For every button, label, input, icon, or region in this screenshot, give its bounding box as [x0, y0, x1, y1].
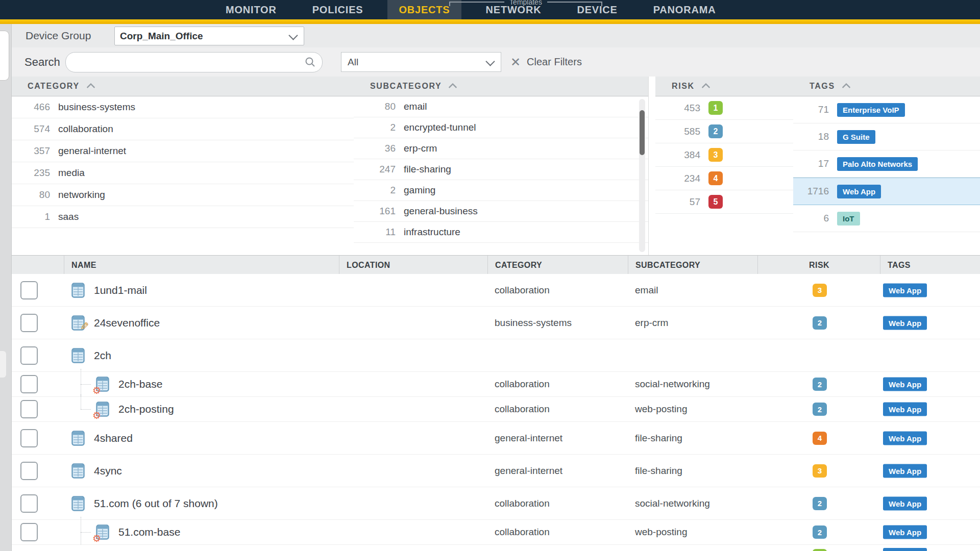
tags-panel-header[interactable]: TAGS: [793, 77, 980, 96]
device-group-value: Corp_Main_Office: [120, 31, 203, 42]
filter-name: networking: [58, 189, 105, 201]
subcategory-filter-item[interactable]: 161 general-business: [354, 201, 648, 222]
table-row[interactable]: 1und1-mail collaboration email 3 Web App: [0, 274, 980, 307]
category-filter-item[interactable]: 1 saas: [11, 206, 354, 228]
table-row[interactable]: 1 Web App: [0, 545, 980, 551]
category-filter-item[interactable]: 466 business-systems: [11, 96, 354, 118]
column-header-name[interactable]: NAME: [64, 256, 347, 274]
risk-badge: 3: [708, 148, 723, 162]
category-filter-item[interactable]: 80 networking: [11, 184, 354, 206]
filter-name: general-internet: [58, 145, 126, 157]
row-category: general-internet: [495, 465, 562, 477]
risk-filter-item[interactable]: 585 2: [655, 120, 793, 143]
filter-count: 2: [369, 185, 396, 196]
table-row[interactable]: 51.com-base collaboration web-posting 2 …: [0, 520, 980, 545]
table-row[interactable]: 4sync general-internet file-sharing 3 We…: [0, 455, 980, 487]
row-checkbox[interactable]: [20, 523, 38, 541]
filter-count: 574: [20, 123, 50, 135]
risk-panel-header[interactable]: RISK: [655, 77, 793, 96]
tag-filter-item[interactable]: 18 G Suite: [793, 123, 980, 151]
nav-tab[interactable]: POLICIES: [301, 0, 375, 19]
tag-pill: Web App: [883, 548, 927, 551]
risk-badge: 2: [813, 497, 827, 510]
application-icon: [71, 315, 85, 331]
table-row[interactable]: 2ch-base collaboration social-networking…: [0, 372, 980, 397]
clear-filters-label: Clear Filters: [527, 56, 582, 68]
table-row[interactable]: 4shared general-internet file-sharing 4 …: [0, 422, 980, 455]
risk-filter-item[interactable]: 234 4: [655, 167, 793, 190]
clear-filters-button[interactable]: ✕ Clear Filters: [510, 47, 582, 77]
row-category: general-internet: [495, 433, 562, 444]
risk-badge: 2: [708, 124, 723, 138]
column-header-risk[interactable]: RISK: [757, 256, 880, 274]
sort-ascending-icon: [449, 83, 457, 92]
subcategory-filter-item[interactable]: 36 erp-crm: [354, 138, 648, 159]
filter-count: 1716: [796, 186, 829, 197]
subcategory-panel-header[interactable]: SUBCATEGORY: [354, 77, 648, 96]
column-header-tags[interactable]: TAGS: [880, 256, 980, 274]
row-subcategory: social-networking: [635, 498, 710, 509]
row-checkbox[interactable]: [20, 314, 38, 332]
filter-count: 1: [20, 211, 50, 222]
application-name: 2ch-base: [118, 378, 162, 390]
filter-count: 466: [20, 102, 50, 113]
table-header: NAME LOCATION CATEGORY SUBCATEGORY RISK …: [0, 255, 980, 275]
risk-filter-item[interactable]: 384 3: [655, 143, 793, 167]
tree-connector-horizontal: [81, 384, 91, 385]
risk-filter-item[interactable]: 453 1: [655, 96, 793, 120]
nav-tab[interactable]: PANORAMA: [642, 0, 727, 19]
filter-count: 80: [369, 101, 396, 112]
row-subcategory: web-posting: [635, 404, 687, 415]
risk-filter-item[interactable]: 57 5: [655, 190, 793, 214]
application-icon: [96, 402, 109, 417]
row-checkbox[interactable]: [20, 494, 38, 513]
subcategory-filter-item[interactable]: 80 email: [354, 96, 648, 117]
column-header-subcategory[interactable]: SUBCATEGORY: [628, 256, 765, 274]
category-filter-item[interactable]: 357 general-internet: [11, 140, 354, 162]
subcategory-filter-item[interactable]: 11 infrastructure: [354, 222, 648, 243]
risk-badge: 3: [813, 284, 827, 297]
subcategory-filter-item[interactable]: 2 encrypted-tunnel: [354, 117, 648, 138]
filter-count: 80: [20, 189, 50, 201]
tag-filter-item[interactable]: 1716 Web App: [793, 178, 980, 205]
row-checkbox[interactable]: [20, 375, 38, 393]
filter-name: infrastructure: [404, 227, 460, 238]
tags-panel-title: TAGS: [810, 82, 835, 91]
tag-filter-item[interactable]: 17 Palo Alto Networks: [793, 151, 980, 178]
row-checkbox[interactable]: [20, 346, 38, 365]
risk-badge: 1: [708, 101, 723, 115]
row-checkbox[interactable]: [20, 429, 38, 447]
filter-scope-select[interactable]: All: [341, 52, 501, 72]
row-subcategory: file-sharing: [635, 465, 682, 477]
nav-tab[interactable]: MONITOR: [214, 0, 288, 19]
subcategory-scrollbar-thumb[interactable]: [640, 110, 645, 155]
filter-name: general-business: [404, 206, 478, 217]
row-checkbox[interactable]: [20, 400, 38, 418]
filter-count: 11: [369, 227, 396, 238]
column-header-location[interactable]: LOCATION: [339, 256, 495, 274]
table-row[interactable]: 2ch-posting collaboration web-posting 2 …: [0, 397, 980, 422]
column-header-category[interactable]: CATEGORY: [487, 256, 635, 274]
category-filter-item[interactable]: 235 media: [11, 162, 354, 184]
tag-filter-item[interactable]: 6 IoT: [793, 205, 980, 232]
search-input[interactable]: [75, 55, 297, 70]
table-row[interactable]: 2ch: [0, 339, 980, 372]
row-checkbox[interactable]: [20, 462, 38, 480]
table-row[interactable]: 24sevenoffice business-systems erp-crm 2…: [0, 307, 980, 339]
subcategory-panel: SUBCATEGORY 80 email 2 encrypted-tunnel …: [354, 77, 649, 255]
tree-connector-horizontal: [81, 532, 91, 533]
search-icon: [305, 57, 316, 68]
category-panel-header[interactable]: CATEGORY: [11, 77, 354, 96]
tag-filter-item[interactable]: 71 Enterprise VoIP: [793, 96, 980, 123]
tag-pill: Web App: [883, 403, 927, 416]
subcategory-filter-item[interactable]: 247 file-sharing: [354, 159, 648, 180]
subcategory-filter-item[interactable]: 2 gaming: [354, 180, 648, 201]
row-checkbox[interactable]: [20, 281, 38, 299]
device-group-select[interactable]: Corp_Main_Office: [114, 27, 304, 45]
table-row[interactable]: 51.com (6 out of 7 shown) collaboration …: [0, 487, 980, 520]
category-panel-title: CATEGORY: [28, 82, 80, 91]
category-filter-item[interactable]: 574 collaboration: [11, 118, 354, 140]
nav-tab-label: PANORAMA: [653, 4, 716, 16]
filter-name: business-systems: [58, 102, 135, 113]
device-group-toolbar: Device Group Corp_Main_Office: [0, 24, 980, 48]
